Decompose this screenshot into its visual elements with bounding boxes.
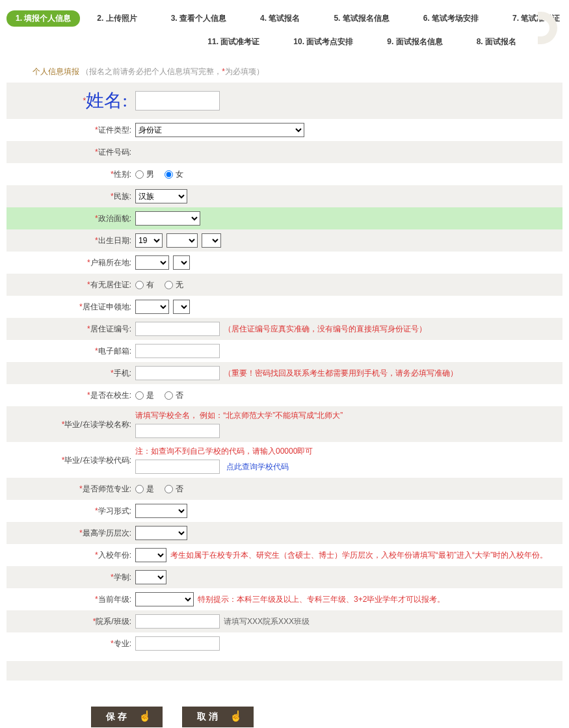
school-code-lookup-link[interactable]: 点此查询学校代码 xyxy=(226,462,289,473)
hukou-city-select[interactable] xyxy=(173,255,190,270)
save-button[interactable]: 保 存 xyxy=(91,707,163,727)
step-7[interactable]: 7. 笔试准考证 xyxy=(503,10,569,27)
dept-input[interactable] xyxy=(135,614,220,629)
inschool-no[interactable]: 否 xyxy=(165,390,183,401)
study-form-select[interactable] xyxy=(135,504,187,518)
enroll-year-hint: 考生如属于在校专升本、研究生（含硕士、博士）学历层次，入校年份请填写“最初”进入… xyxy=(170,550,548,561)
residence-apply-city[interactable] xyxy=(173,300,190,314)
form-footer-stripe xyxy=(7,661,562,681)
step-6[interactable]: 6. 笔试考场安排 xyxy=(414,10,488,27)
grade-hint: 特别提示：本科三年级及以上、专科三年级、3+2毕业学年才可以报考。 xyxy=(198,594,445,605)
email-input[interactable] xyxy=(135,344,220,358)
school-name-hint: 请填写学校全名， 例如：“北京师范大学”不能填写成“北师大” xyxy=(135,410,343,421)
dept-hint: 请填写XXX院系XXX班级 xyxy=(224,616,310,627)
section-title-text: 个人信息填报 xyxy=(33,67,79,76)
xuezhi-select[interactable] xyxy=(135,570,166,584)
gender-male[interactable]: 男 xyxy=(135,169,154,180)
normal-yes[interactable]: 是 xyxy=(135,484,154,495)
phone-hint: （重要！密码找回及联系考生都需要用到手机号，请务必填写准确） xyxy=(224,368,458,379)
step-3[interactable]: 3. 查看个人信息 xyxy=(162,10,235,27)
id-type-select[interactable]: 身份证 xyxy=(135,123,304,137)
birth-day-select[interactable] xyxy=(202,233,221,248)
birth-year-select[interactable]: 19 xyxy=(135,233,163,248)
normal-no[interactable]: 否 xyxy=(165,484,183,495)
step-1[interactable]: 1. 填报个人信息 xyxy=(7,10,80,27)
ethnic-select[interactable]: 汉族 xyxy=(135,189,187,203)
inschool-yes[interactable]: 是 xyxy=(135,390,154,401)
stepper: 1. 填报个人信息 2. 上传照片 3. 查看个人信息 4. 笔试报名 5. 笔… xyxy=(0,0,569,53)
stepper-row-1: 1. 填报个人信息 2. 上传照片 3. 查看个人信息 4. 笔试报名 5. 笔… xyxy=(7,6,562,30)
politics-select[interactable] xyxy=(135,211,200,226)
hukou-province-select[interactable] xyxy=(135,255,169,270)
step-8[interactable]: 8. 面试报名 xyxy=(468,34,525,50)
step-11[interactable]: 11. 面试准考证 xyxy=(198,34,269,50)
residence-no[interactable]: 无 xyxy=(165,280,183,291)
step-9[interactable]: 9. 面试报名信息 xyxy=(378,34,451,50)
residence-no-input[interactable] xyxy=(135,322,220,336)
name-input[interactable] xyxy=(135,91,220,110)
gender-female[interactable]: 女 xyxy=(165,169,183,180)
edu-level-select[interactable] xyxy=(135,526,187,540)
pointer-icon xyxy=(230,711,239,723)
residence-no-hint: （居住证编号应真实准确，没有编号的直接填写身份证号） xyxy=(224,324,427,335)
step-2[interactable]: 2. 上传照片 xyxy=(88,10,146,27)
school-code-note: 注：如查询不到自己学校的代码，请输入00000即可 xyxy=(135,446,313,457)
section-title: 个人信息填报 （报名之前请务必把个人信息填写完整，*为必填项） xyxy=(33,66,562,77)
step-10[interactable]: 10. 面试考点安排 xyxy=(284,34,362,50)
grade-select[interactable] xyxy=(135,592,194,606)
residence-apply-province[interactable] xyxy=(135,300,169,314)
birth-month-select[interactable] xyxy=(166,233,198,248)
name-label: 姓名: xyxy=(86,88,131,113)
phone-input[interactable] xyxy=(135,366,220,380)
enroll-year-select[interactable] xyxy=(135,548,166,562)
school-name-input[interactable] xyxy=(135,424,220,438)
stepper-row-2: 11. 面试准考证 10. 面试考点安排 9. 面试报名信息 8. 面试报名 xyxy=(7,30,562,53)
major-input[interactable] xyxy=(135,636,220,651)
school-code-input[interactable] xyxy=(135,460,220,474)
residence-yes[interactable]: 有 xyxy=(135,280,154,291)
step-5[interactable]: 5. 笔试报名信息 xyxy=(324,10,398,27)
cancel-button[interactable]: 取 消 xyxy=(182,707,254,727)
pointer-icon xyxy=(139,711,148,723)
form: * 姓名: *证件类型: 身份证 *证件号码: *性别: 男 xyxy=(7,83,562,727)
step-4[interactable]: 4. 笔试报名 xyxy=(251,10,309,27)
